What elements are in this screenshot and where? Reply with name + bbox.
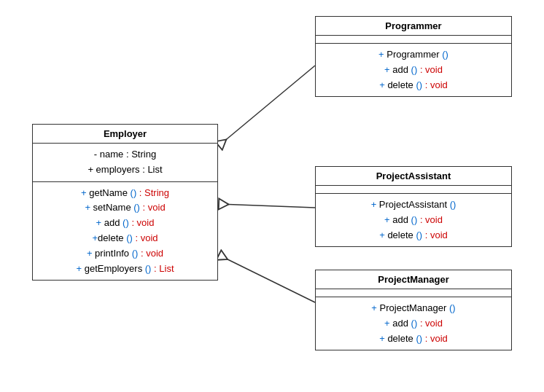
svg-line-0	[219, 66, 315, 146]
project-manager-method-0: + ProjectManager ()	[323, 301, 504, 316]
employer-attr-1: + employers : List	[40, 162, 210, 178]
employer-box: Employer - name : String + employers : L…	[32, 124, 218, 281]
svg-line-2	[219, 255, 315, 302]
project-assistant-method-2: + delete () : void	[323, 228, 504, 243]
project-manager-method-1: + add () : void	[323, 316, 504, 332]
project-manager-empty	[316, 289, 511, 297]
employer-attributes: - name : String + employers : List	[33, 144, 217, 182]
programmer-method-2: + delete () : void	[323, 78, 504, 93]
employer-methods: + getName () : String + setName () : voi…	[33, 182, 217, 281]
programmer-method-1: + add () : void	[323, 63, 504, 78]
employer-method-3: +delete () : void	[40, 231, 210, 246]
svg-line-1	[219, 204, 315, 208]
project-assistant-title: ProjectAssistant	[316, 167, 511, 186]
programmer-title: Programmer	[316, 17, 511, 36]
employer-method-4: + printInfo () : void	[40, 246, 210, 262]
programmer-methods: + Programmer () + add () : void + delete…	[316, 44, 511, 96]
project-assistant-empty	[316, 186, 511, 194]
project-assistant-method-0: + ProjectAssistant ()	[323, 197, 504, 213]
employer-method-1: + setName () : void	[40, 200, 210, 216]
programmer-box: Programmer + Programmer () + add () : vo…	[315, 16, 512, 97]
employer-title: Employer	[33, 125, 217, 144]
employer-attr-0: - name : String	[40, 147, 210, 162]
project-manager-title: ProjectManager	[316, 270, 511, 289]
project-manager-box: ProjectManager + ProjectManager () + add…	[315, 270, 512, 350]
employer-method-2: + add () : void	[40, 216, 210, 231]
project-assistant-box: ProjectAssistant + ProjectAssistant () +…	[315, 166, 512, 247]
employer-method-0: + getName () : String	[40, 186, 210, 201]
project-manager-method-2: + delete () : void	[323, 332, 504, 347]
project-assistant-method-1: + add () : void	[323, 213, 504, 228]
project-assistant-methods: + ProjectAssistant () + add () : void + …	[316, 194, 511, 246]
programmer-empty	[316, 36, 511, 44]
project-manager-methods: + ProjectManager () + add () : void + de…	[316, 297, 511, 350]
employer-method-5: + getEmployers () : List	[40, 262, 210, 277]
programmer-method-0: + Programmer ()	[323, 47, 504, 63]
